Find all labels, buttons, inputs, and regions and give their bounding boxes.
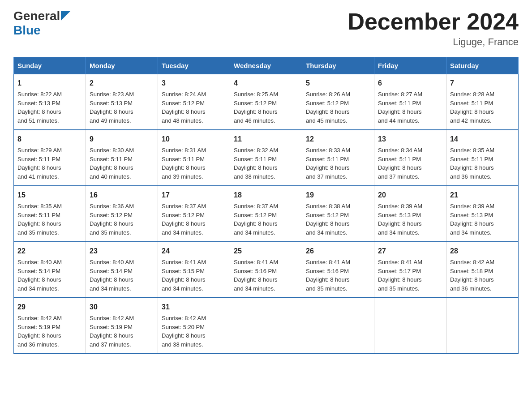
calendar-cell: 27Sunrise: 8:41 AMSunset: 5:17 PMDayligh… bbox=[374, 242, 446, 298]
day-number: 6 bbox=[378, 78, 442, 89]
day-number: 3 bbox=[162, 78, 226, 89]
day-number: 24 bbox=[162, 246, 226, 257]
calendar-cell bbox=[302, 298, 374, 354]
calendar-cell bbox=[446, 298, 519, 354]
logo-general-text: General bbox=[13, 9, 60, 23]
logo: General Blue bbox=[13, 9, 71, 37]
day-number: 18 bbox=[234, 190, 298, 201]
page-title: December 2024 bbox=[348, 9, 519, 34]
day-number: 31 bbox=[162, 302, 226, 313]
calendar-cell: 26Sunrise: 8:41 AMSunset: 5:16 PMDayligh… bbox=[302, 242, 374, 298]
calendar-cell: 4Sunrise: 8:25 AMSunset: 5:12 PMDaylight… bbox=[230, 74, 302, 130]
day-number: 23 bbox=[90, 246, 154, 257]
calendar-week-row: 29Sunrise: 8:42 AMSunset: 5:19 PMDayligh… bbox=[14, 298, 519, 354]
day-number: 29 bbox=[17, 302, 82, 313]
day-number: 15 bbox=[17, 190, 82, 201]
calendar-cell: 2Sunrise: 8:23 AMSunset: 5:13 PMDaylight… bbox=[86, 74, 158, 130]
day-number: 10 bbox=[162, 134, 226, 145]
calendar-cell: 15Sunrise: 8:35 AMSunset: 5:11 PMDayligh… bbox=[14, 186, 86, 242]
day-number: 28 bbox=[450, 246, 515, 257]
day-number: 21 bbox=[450, 190, 515, 201]
page-subtitle: Liguge, France bbox=[348, 36, 519, 48]
day-number: 16 bbox=[90, 190, 154, 201]
col-tuesday: Tuesday bbox=[158, 57, 230, 74]
calendar-cell: 13Sunrise: 8:34 AMSunset: 5:11 PMDayligh… bbox=[374, 130, 446, 186]
calendar-cell: 29Sunrise: 8:42 AMSunset: 5:19 PMDayligh… bbox=[14, 298, 86, 354]
calendar-cell: 18Sunrise: 8:37 AMSunset: 5:12 PMDayligh… bbox=[230, 186, 302, 242]
calendar-cell: 14Sunrise: 8:35 AMSunset: 5:11 PMDayligh… bbox=[446, 130, 519, 186]
logo-triangle-icon bbox=[61, 11, 71, 21]
day-number: 5 bbox=[306, 78, 370, 89]
calendar-cell: 11Sunrise: 8:32 AMSunset: 5:11 PMDayligh… bbox=[230, 130, 302, 186]
svg-marker-0 bbox=[61, 11, 71, 21]
day-number: 25 bbox=[234, 246, 298, 257]
day-number: 22 bbox=[17, 246, 82, 257]
col-thursday: Thursday bbox=[302, 57, 374, 74]
calendar-cell: 7Sunrise: 8:28 AMSunset: 5:11 PMDaylight… bbox=[446, 74, 519, 130]
day-number: 4 bbox=[234, 78, 298, 89]
day-number: 20 bbox=[378, 190, 442, 201]
calendar-cell: 23Sunrise: 8:40 AMSunset: 5:14 PMDayligh… bbox=[86, 242, 158, 298]
calendar-week-row: 8Sunrise: 8:29 AMSunset: 5:11 PMDaylight… bbox=[14, 130, 519, 186]
col-sunday: Sunday bbox=[14, 57, 86, 74]
day-number: 13 bbox=[378, 134, 442, 145]
calendar-cell: 25Sunrise: 8:41 AMSunset: 5:16 PMDayligh… bbox=[230, 242, 302, 298]
calendar-week-row: 22Sunrise: 8:40 AMSunset: 5:14 PMDayligh… bbox=[14, 242, 519, 298]
day-number: 11 bbox=[234, 134, 298, 145]
day-number: 26 bbox=[306, 246, 370, 257]
day-number: 8 bbox=[17, 134, 82, 145]
col-friday: Friday bbox=[374, 57, 446, 74]
calendar-cell: 20Sunrise: 8:39 AMSunset: 5:13 PMDayligh… bbox=[374, 186, 446, 242]
calendar-cell: 17Sunrise: 8:37 AMSunset: 5:12 PMDayligh… bbox=[158, 186, 230, 242]
calendar-cell: 21Sunrise: 8:39 AMSunset: 5:13 PMDayligh… bbox=[446, 186, 519, 242]
day-number: 9 bbox=[90, 134, 154, 145]
calendar-week-row: 15Sunrise: 8:35 AMSunset: 5:11 PMDayligh… bbox=[14, 186, 519, 242]
header-row: Sunday Monday Tuesday Wednesday Thursday… bbox=[14, 57, 519, 74]
col-monday: Monday bbox=[86, 57, 158, 74]
calendar-cell: 31Sunrise: 8:42 AMSunset: 5:20 PMDayligh… bbox=[158, 298, 230, 354]
calendar-cell: 3Sunrise: 8:24 AMSunset: 5:12 PMDaylight… bbox=[158, 74, 230, 130]
calendar-cell: 28Sunrise: 8:42 AMSunset: 5:18 PMDayligh… bbox=[446, 242, 519, 298]
calendar-cell bbox=[374, 298, 446, 354]
calendar-cell: 5Sunrise: 8:26 AMSunset: 5:12 PMDaylight… bbox=[302, 74, 374, 130]
day-number: 1 bbox=[17, 78, 82, 89]
title-area: December 2024 Liguge, France bbox=[348, 9, 519, 48]
logo-blue-text: Blue bbox=[13, 24, 41, 37]
calendar-cell: 24Sunrise: 8:41 AMSunset: 5:15 PMDayligh… bbox=[158, 242, 230, 298]
calendar-body: 1Sunrise: 8:22 AMSunset: 5:13 PMDaylight… bbox=[14, 74, 519, 354]
col-wednesday: Wednesday bbox=[230, 57, 302, 74]
calendar-cell: 19Sunrise: 8:38 AMSunset: 5:12 PMDayligh… bbox=[302, 186, 374, 242]
day-number: 17 bbox=[162, 190, 226, 201]
calendar-cell: 9Sunrise: 8:30 AMSunset: 5:11 PMDaylight… bbox=[86, 130, 158, 186]
day-number: 2 bbox=[90, 78, 154, 89]
calendar-table: Sunday Monday Tuesday Wednesday Thursday… bbox=[13, 57, 519, 354]
calendar-cell: 1Sunrise: 8:22 AMSunset: 5:13 PMDaylight… bbox=[14, 74, 86, 130]
calendar-cell: 22Sunrise: 8:40 AMSunset: 5:14 PMDayligh… bbox=[14, 242, 86, 298]
calendar-week-row: 1Sunrise: 8:22 AMSunset: 5:13 PMDaylight… bbox=[14, 74, 519, 130]
day-number: 30 bbox=[90, 302, 154, 313]
day-number: 12 bbox=[306, 134, 370, 145]
calendar-cell: 6Sunrise: 8:27 AMSunset: 5:11 PMDaylight… bbox=[374, 74, 446, 130]
calendar-cell: 10Sunrise: 8:31 AMSunset: 5:11 PMDayligh… bbox=[158, 130, 230, 186]
calendar-header: Sunday Monday Tuesday Wednesday Thursday… bbox=[14, 57, 519, 74]
day-number: 19 bbox=[306, 190, 370, 201]
day-number: 14 bbox=[450, 134, 515, 145]
day-number: 27 bbox=[378, 246, 442, 257]
calendar-cell: 12Sunrise: 8:33 AMSunset: 5:11 PMDayligh… bbox=[302, 130, 374, 186]
calendar-cell: 30Sunrise: 8:42 AMSunset: 5:19 PMDayligh… bbox=[86, 298, 158, 354]
calendar-cell: 8Sunrise: 8:29 AMSunset: 5:11 PMDaylight… bbox=[14, 130, 86, 186]
calendar-cell bbox=[230, 298, 302, 354]
day-number: 7 bbox=[450, 78, 515, 89]
calendar-cell: 16Sunrise: 8:36 AMSunset: 5:12 PMDayligh… bbox=[86, 186, 158, 242]
page-header: General Blue December 2024 Liguge, Franc… bbox=[13, 9, 519, 48]
col-saturday: Saturday bbox=[446, 57, 519, 74]
